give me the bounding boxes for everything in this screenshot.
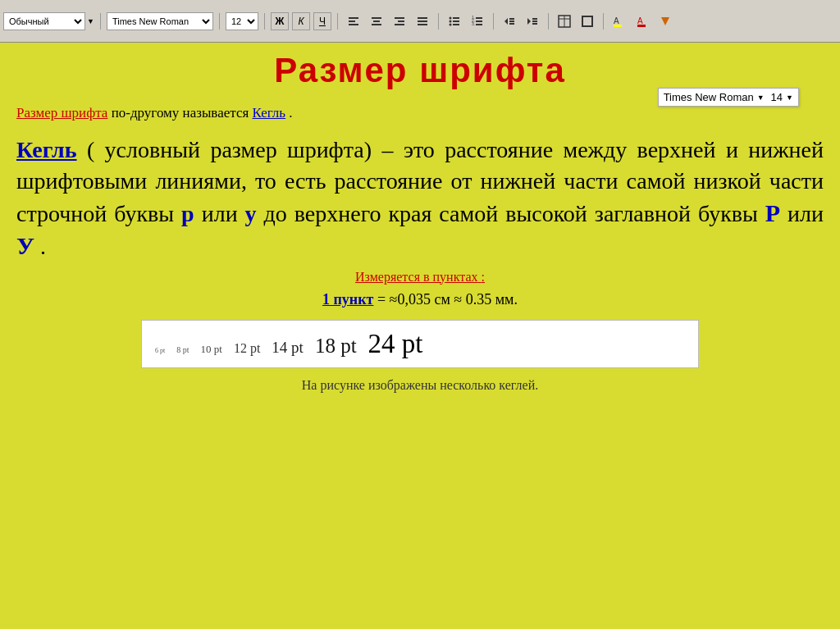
separator-4	[337, 13, 338, 30]
bold-button[interactable]: Ж	[271, 12, 289, 30]
separator-6	[493, 13, 494, 30]
point-def-line: 1 пункт = ≈0,035 см ≈ 0.35 мм.	[16, 291, 824, 308]
svg-point-14	[449, 20, 451, 22]
def-letter-y: у	[245, 201, 257, 226]
indent-increase-button[interactable]	[523, 12, 542, 30]
font-color-button[interactable]: A	[632, 12, 652, 30]
svg-rect-8	[395, 24, 404, 25]
font-preview-box: Times New Roman ▼ 14 ▼	[658, 88, 799, 107]
align-center-button[interactable]	[367, 12, 386, 30]
def-dot: .	[40, 234, 46, 259]
style-select[interactable]: Обычный	[3, 12, 85, 30]
svg-rect-0	[349, 17, 358, 19]
demo-14pt: 14 pt	[272, 339, 304, 357]
align-right-icon	[393, 15, 406, 28]
demo-24pt: 24 pt	[368, 329, 423, 359]
svg-rect-21	[476, 21, 482, 22]
svg-rect-11	[418, 24, 427, 25]
svg-rect-5	[372, 24, 381, 25]
main-area: Размер шрифта Times New Roman ▼ 14 ▼ Раз…	[0, 43, 840, 629]
svg-text:3.: 3.	[472, 21, 475, 26]
svg-rect-31	[532, 23, 537, 25]
separator-1	[100, 13, 101, 30]
style-dropdown-arrow: ▼	[87, 17, 94, 25]
svg-rect-6	[395, 17, 404, 19]
font-select[interactable]: Times New Roman	[107, 12, 213, 30]
svg-rect-29	[532, 18, 537, 20]
svg-point-12	[449, 16, 451, 19]
size-select[interactable]: 12	[226, 12, 258, 30]
svg-rect-19	[476, 17, 482, 19]
align-right-button[interactable]	[390, 12, 409, 30]
svg-rect-17	[453, 24, 459, 25]
point-bold: 1 пункт	[322, 291, 373, 308]
subtitle-dot: .	[289, 105, 292, 121]
svg-rect-37	[614, 25, 622, 27]
svg-marker-28	[527, 18, 531, 25]
svg-rect-23	[476, 24, 482, 25]
svg-rect-9	[418, 17, 427, 19]
svg-rect-13	[453, 17, 459, 19]
def-letter-p: р	[181, 201, 194, 226]
demo-6pt: 6 pt	[155, 347, 165, 354]
list-bullet-icon	[448, 15, 461, 28]
subtitle-link-size[interactable]: Размер шрифта	[16, 105, 107, 121]
triangle-button[interactable]	[655, 12, 675, 30]
align-justify-button[interactable]	[413, 12, 432, 30]
page-title: Размер шрифта	[274, 51, 566, 89]
font-preview-arrow[interactable]: ▼	[757, 93, 765, 102]
measure-link[interactable]: Измеряется в пунктах :	[355, 270, 485, 284]
triangle-icon	[661, 17, 669, 25]
svg-rect-10	[418, 21, 427, 22]
svg-rect-25	[509, 18, 514, 20]
caption-text: На рисунке изображены несколько кеглей.	[302, 378, 538, 392]
svg-rect-7	[398, 21, 404, 22]
def-letter-Y: У	[16, 232, 34, 259]
list-bullet-button[interactable]	[445, 12, 464, 30]
underline-button[interactable]: Ч	[313, 12, 331, 30]
size-group: 12	[226, 12, 258, 30]
align-left-button[interactable]	[344, 12, 363, 30]
svg-rect-4	[373, 21, 380, 22]
svg-rect-30	[532, 21, 537, 22]
svg-rect-3	[372, 17, 381, 19]
demo-caption: На рисунке изображены несколько кеглей.	[16, 378, 824, 393]
border-button[interactable]	[578, 12, 597, 30]
demo-8pt: 8 pt	[176, 345, 189, 354]
font-size-arrow[interactable]: ▼	[786, 93, 793, 102]
indent-decrease-icon	[503, 15, 516, 28]
style-group: Обычный ▼	[3, 12, 94, 30]
demo-18pt: 18 pt	[315, 335, 357, 358]
point-rest: = ≈0,035 см ≈ 0.35 мм.	[377, 291, 518, 308]
toolbar-row1: Обычный ▼ Times New Roman 12 Ж К Ч	[0, 0, 840, 43]
demo-10pt: 10 pt	[201, 343, 222, 356]
separator-8	[603, 13, 604, 30]
indent-decrease-button[interactable]	[500, 12, 519, 30]
subtitle-line: Размер шрифта по-другому называется Кегл…	[16, 105, 824, 121]
subtitle-text-middle: по-другому называется	[112, 105, 253, 121]
font-group: Times New Roman	[107, 12, 213, 30]
highlight-color-button[interactable]: A	[609, 12, 629, 30]
table-button[interactable]	[555, 12, 574, 30]
svg-marker-40	[661, 17, 669, 25]
demo-12pt: 12 pt	[234, 341, 260, 356]
def-rest-2: до верхнего края самой высокой заглавной…	[264, 201, 765, 226]
def-term-kegel: Кегль	[16, 137, 76, 162]
svg-rect-15	[453, 21, 459, 22]
fontsize-demo-box: 6 pt 8 pt 10 pt 12 pt 14 pt 18 pt 24 pt	[141, 320, 699, 368]
font-preview-size: 14	[771, 91, 783, 103]
svg-rect-1	[349, 21, 355, 22]
svg-marker-24	[504, 18, 508, 25]
list-numbered-icon: 1. 2. 3.	[471, 15, 484, 28]
svg-rect-27	[509, 23, 514, 25]
separator-2	[219, 13, 220, 30]
italic-button[interactable]: К	[292, 12, 310, 30]
border-icon	[581, 15, 594, 28]
subtitle-link-kegel[interactable]: Кегль	[253, 105, 286, 121]
align-justify-icon	[416, 15, 429, 28]
font-preview-name: Times New Roman	[664, 91, 754, 103]
svg-rect-26	[509, 21, 514, 22]
def-or-1: или	[202, 201, 245, 226]
measure-line: Измеряется в пунктах :	[16, 270, 824, 285]
list-numbered-button[interactable]: 1. 2. 3.	[468, 12, 487, 30]
